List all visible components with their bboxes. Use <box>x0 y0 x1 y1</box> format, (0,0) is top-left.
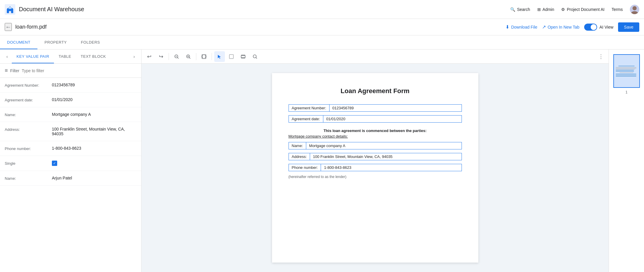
prev-subtab-button[interactable]: ‹ <box>2 52 12 61</box>
zoom-out-button[interactable] <box>171 51 182 62</box>
kv-key: Agreement Number: <box>5 83 52 88</box>
next-subtab-button[interactable]: › <box>129 52 139 61</box>
svg-point-3 <box>631 11 638 14</box>
field-label-agreement-number: Agreement Number: <box>289 104 330 112</box>
ai-view-label: AI View <box>599 25 613 29</box>
doc-field-agreement-number: Agreement Number: 0123456789 <box>289 104 462 112</box>
svg-line-6 <box>177 57 178 58</box>
kv-key: Name: <box>5 112 52 117</box>
doc-page: Loan Agreement Form Agreement Number: 01… <box>272 73 478 263</box>
center-panel: ↩ ↪ <box>141 50 609 272</box>
nav-actions: 🔍 Search ⊞ Admin ⚙ Project Document AI T… <box>510 5 639 14</box>
page-number: 1 <box>625 90 627 94</box>
field-value-address: 100 Franklin Street, Mountain View, CA, … <box>310 153 462 160</box>
search-label: Search <box>517 7 530 12</box>
secondary-bar: ← loan-form.pdf ⬇ Download File ↗ Open I… <box>0 19 644 35</box>
download-label: Download File <box>511 25 537 29</box>
field-label-agreement-date: Agreement date: <box>289 115 323 123</box>
subtab-key-value-pair[interactable]: KEY VALUE PAIR <box>12 50 54 63</box>
cursor-button[interactable] <box>214 51 225 62</box>
admin-label: Admin <box>543 7 554 12</box>
search-action[interactable]: 🔍 Search <box>510 7 530 12</box>
kv-item-agreement-date: Agreement date: 01/01/2020 <box>0 93 141 107</box>
toggle-track[interactable] <box>584 24 597 31</box>
sub-tabs: ‹ KEY VALUE PAIR TABLE TEXT BLOCK › <box>0 50 141 64</box>
svg-rect-12 <box>229 55 233 59</box>
kv-value: 01/01/2020 <box>52 97 136 102</box>
field-label-phone: Phone number: <box>289 164 321 171</box>
right-panel: 1 <box>609 50 644 272</box>
svg-point-16 <box>253 55 256 58</box>
kv-checkbox-single[interactable] <box>52 161 57 166</box>
terms-action[interactable]: Terms <box>612 7 623 12</box>
app-title: Document AI Warehouse <box>19 6 84 13</box>
tab-property[interactable]: PROPERTY <box>37 35 74 49</box>
save-button[interactable]: Save <box>618 22 639 32</box>
tab-bar: DOCUMENT PROPERTY FOLDERS <box>0 35 644 50</box>
svg-line-10 <box>189 57 190 58</box>
field-value-phone: 1-800-843-8623 <box>321 164 462 171</box>
more-options-button[interactable]: ⋮ <box>596 51 606 62</box>
field-value-name: Mortgage company A <box>306 142 462 149</box>
doc-field-name: Name: Mortgage company A <box>289 142 462 149</box>
download-file-button[interactable]: ⬇ Download File <box>505 24 537 30</box>
kv-value: Arjun Patel <box>52 176 136 180</box>
kv-item-name: Name: Mortgage company A <box>0 107 141 122</box>
kv-item-address: Address: 100 Franklin Street, Mountain V… <box>0 122 141 141</box>
subtab-text-block[interactable]: TEXT BLOCK <box>76 50 111 63</box>
back-button[interactable]: ← <box>5 23 12 31</box>
kv-value: Mortgage company A <box>52 112 136 117</box>
terms-label: Terms <box>612 7 623 12</box>
filter-input[interactable] <box>22 68 136 73</box>
svg-line-17 <box>256 57 257 58</box>
svg-rect-13 <box>241 55 245 58</box>
top-nav: Document AI Warehouse 🔍 Search ⊞ Admin ⚙… <box>0 0 644 19</box>
new-tab-icon: ↗ <box>542 24 546 30</box>
kv-key: Single <box>5 161 52 166</box>
admin-action[interactable]: ⊞ Admin <box>537 7 554 12</box>
doc-sub-text: Mortgage company contact details: <box>289 134 462 139</box>
filter-bar: ≡ Filter <box>0 64 141 78</box>
tab-folders[interactable]: FOLDERS <box>74 35 107 49</box>
open-tab-label: Open In New Tab <box>548 25 579 29</box>
tab-document[interactable]: DOCUMENT <box>0 35 37 49</box>
kv-key: Agreement date: <box>5 97 52 102</box>
download-icon: ⬇ <box>505 24 509 30</box>
search-doc-button[interactable] <box>250 51 260 62</box>
field-value-agreement-date: 01/01/2020 <box>323 115 462 123</box>
project-action[interactable]: ⚙ Project Document AI <box>561 7 605 12</box>
subtab-table[interactable]: TABLE <box>54 50 76 63</box>
svg-point-2 <box>633 6 637 10</box>
region-select-button[interactable] <box>238 51 248 62</box>
field-label-name: Name: <box>289 142 306 149</box>
ai-view-toggle[interactable]: AI View <box>584 24 613 31</box>
filter-icon: ≡ <box>5 67 8 74</box>
kv-item-single: Single <box>0 156 141 171</box>
kv-value: 1-800-843-8623 <box>52 146 136 151</box>
field-label-address: Address: <box>289 153 310 160</box>
kv-value: 100 Franklin Street, Mountain View, CA, … <box>52 127 136 136</box>
secondary-actions: ⬇ Download File ↗ Open In New Tab AI Vie… <box>505 22 639 32</box>
page-thumbnail[interactable] <box>613 54 640 88</box>
svg-rect-1 <box>9 7 12 9</box>
page-thumb-image <box>614 55 639 87</box>
doc-field-phone: Phone number: 1-800-843-8623 <box>289 164 462 171</box>
kv-key: Address: <box>5 127 52 132</box>
redo-button[interactable]: ↪ <box>156 51 166 62</box>
zoom-in-button[interactable] <box>183 51 194 62</box>
logo-area: Document AI Warehouse <box>5 4 510 15</box>
kv-key: Phone number: <box>5 146 52 151</box>
select-box-button[interactable] <box>226 51 237 62</box>
avatar[interactable] <box>630 5 639 14</box>
kv-item-phone: Phone number: 1-800-843-8623 <box>0 141 141 156</box>
open-in-new-tab-button[interactable]: ↗ Open In New Tab <box>542 24 579 30</box>
project-label: Project Document AI <box>567 7 605 12</box>
kv-list: Agreement Number: 0123456789 Agreement d… <box>0 78 141 272</box>
kv-key: Name: <box>5 176 52 181</box>
code-view-button[interactable] <box>199 51 209 62</box>
filter-label: Filter <box>10 68 19 73</box>
undo-button[interactable]: ↩ <box>144 51 154 62</box>
file-title: loan-form.pdf <box>15 24 505 30</box>
toolbar-separator-3 <box>212 53 212 60</box>
doc-section-text: This loan agreement is commenced between… <box>289 128 462 133</box>
